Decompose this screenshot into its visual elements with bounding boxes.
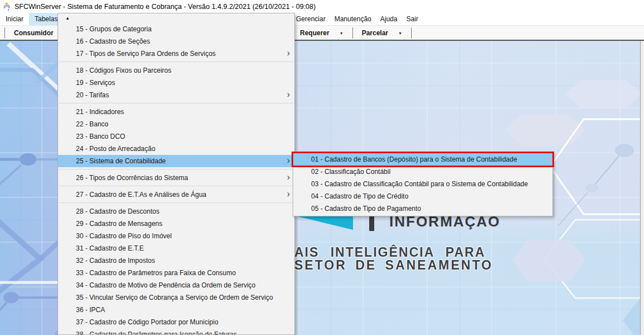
menu-gerenciar[interactable]: Gerenciar — [292, 13, 330, 25]
menu-item-label: 23 - Banco DCO — [76, 130, 289, 143]
menu-item-label: 24 - Posto de Arrecadação — [76, 143, 289, 155]
menu-item-label: 16 - Cadastro de Seções — [76, 35, 289, 48]
menu-item-label: 30 - Cadastro de Piso do Imóvel — [76, 230, 289, 242]
brand-tagline-line2: SETOR DE SANEAMENTO — [294, 258, 493, 273]
menu-separator — [58, 184, 294, 188]
toolbar-separator — [4, 27, 5, 39]
menu-item-label: 21 - Indicadores — [76, 106, 289, 118]
menu-item-37-cadastro-de-codigo-portador-por-municipio[interactable]: 37 - Cadastro de Código Portador por Mun… — [58, 316, 294, 328]
menu-separator — [58, 60, 294, 64]
menu-item-label: 36 - IPCA — [76, 304, 289, 316]
contabilidade-submenu-items: 01 - Cadastro de Bancos (Depósito) para … — [293, 153, 552, 215]
menu-item-label: 35 - Vincular Serviço de Cobrança a Serv… — [76, 291, 289, 304]
menu-item-29-cadastro-de-mensagens[interactable]: 29 - Cadastro de Mensagens — [58, 218, 294, 230]
parcelar-label: Parcelar — [362, 29, 388, 37]
menu-item-17-tipos-de-servico-para-ordens-de-servicos[interactable]: 17 - Tipos de Serviço Para Ordens de Ser… — [58, 48, 294, 60]
menu-item-label: 20 - Tarifas — [76, 89, 287, 101]
menu-item-label: 37 - Cadastro de Código Portador por Mun… — [76, 316, 289, 328]
menu-item-28-cadastro-de-descontos[interactable]: 28 - Cadastro de Descontos — [58, 205, 294, 218]
menu-item-38-cadastro-de-parametros-para-isencao-de-fatura[interactable]: 38 - Cadastro de Parâmetros para Isenção… — [58, 328, 294, 335]
menu-item-label: 33 - Cadastro de Parâmetros para Faixa d… — [76, 267, 289, 279]
menu-item-label: 17 - Tipos de Serviço Para Ordens de Ser… — [76, 48, 287, 60]
menu-item-label: 02 - Classificação Contábil — [311, 166, 547, 178]
menu-manutencao[interactable]: Manutenção — [330, 13, 376, 25]
menu-bar-right-group: Gerenciar Manutenção Ajuda Sair — [292, 13, 423, 25]
menu-item-01-cadastro-de-bancos-deposito-para-o-sistema-de[interactable]: 01 - Cadastro de Bancos (Depósito) para … — [293, 153, 552, 166]
submenu-arrow-icon: › — [287, 89, 290, 101]
menu-item-label: 04 - Cadastro de Tipo de Crédito — [311, 190, 547, 202]
submenu-arrow-icon: › — [287, 188, 290, 201]
menu-item-label: 38 - Cadastro de Parâmetros para Isenção… — [76, 328, 289, 335]
menu-item-label: 05 - Cadastro de Tipo de Pagamento — [311, 202, 547, 215]
menu-item-label: 31 - Cadastro de E.T.E — [76, 242, 289, 254]
faucet-icon — [2, 2, 11, 11]
menu-item-18-codigos-fixos-ou-parceiros[interactable]: 18 - Códigos Fixos ou Parceiros — [58, 64, 294, 77]
menu-item-label: 28 - Cadastro de Descontos — [76, 205, 289, 218]
menu-item-32-cadastro-de-impostos[interactable]: 32 - Cadastro de Impostos — [58, 254, 294, 267]
parcelar-dropdown-button[interactable]: Parcelar ▼ — [356, 26, 408, 40]
menu-item-label: 27 - Cadastro de E.T.As e Análises de Ág… — [76, 188, 287, 201]
menu-item-27-cadastro-de-e-t-as-e-analises-de-agua[interactable]: 27 - Cadastro de E.T.As e Análises de Ág… — [58, 188, 294, 201]
menu-item-label: 01 - Cadastro de Bancos (Depósito) para … — [311, 153, 547, 166]
menu-separator — [58, 201, 294, 205]
menu-item-31-cadastro-de-e-t-e[interactable]: 31 - Cadastro de E.T.E — [58, 242, 294, 254]
menu-item-30-cadastro-de-piso-do-imovel[interactable]: 30 - Cadastro de Piso do Imóvel — [58, 230, 294, 242]
menu-item-label: 19 - Serviços — [76, 77, 289, 89]
menu-sair[interactable]: Sair — [402, 13, 422, 25]
toolbar-separator — [411, 27, 412, 39]
menu-item-label: 34 - Cadastro de Motivo de Pendência da … — [76, 279, 289, 291]
contabilidade-submenu: 01 - Cadastro de Bancos (Depósito) para … — [293, 152, 553, 216]
window-title: SFCWinServer - Sistema de Faturamento e … — [15, 3, 316, 11]
menu-item-label: 26 - Tipos de Ocorrências do Sistema — [76, 172, 287, 184]
tabelas-dropdown-menu: ▲ 15 - Grupos de Categoria16 - Cadastro … — [58, 13, 295, 335]
requerer-label: Requerer — [300, 29, 330, 37]
menu-item-label: 22 - Banco — [76, 118, 289, 130]
menu-item-15-grupos-de-categoria[interactable]: 15 - Grupos de Categoria — [58, 23, 294, 35]
menu-iniciar[interactable]: Iniciar — [0, 13, 29, 25]
menu-separator — [58, 167, 294, 172]
menu-item-25-sistema-de-contabilidade[interactable]: 25 - Sistema de Contabilidade› — [58, 155, 294, 167]
menu-item-label: 25 - Sistema de Contabilidade — [76, 155, 287, 167]
menu-ajuda[interactable]: Ajuda — [376, 13, 402, 25]
toolbar-right-group: Requerer ▼ Parcelar ▼ — [294, 26, 415, 40]
menu-item-label: 32 - Cadastro de Impostos — [76, 254, 289, 267]
menu-item-36-ipca[interactable]: 36 - IPCA — [58, 304, 294, 316]
menu-item-label: 03 - Cadastro de Classificação Contábil … — [311, 178, 547, 190]
chevron-down-icon: ▼ — [398, 31, 402, 35]
consumidor-button[interactable]: Consumidor — [8, 26, 59, 40]
tabelas-menu-items: 15 - Grupos de Categoria16 - Cadastro de… — [58, 23, 294, 335]
chevron-down-icon: ▼ — [340, 31, 344, 35]
title-bar: SFCWinServer - Sistema de Faturamento e … — [0, 0, 644, 13]
submenu-arrow-icon: › — [287, 48, 290, 60]
menu-separator — [58, 101, 294, 106]
menu-item-label: 15 - Grupos de Categoria — [76, 23, 289, 35]
menu-item-23-banco-dco[interactable]: 23 - Banco DCO — [58, 130, 294, 143]
window-right-edge — [640, 41, 644, 335]
menu-item-04-cadastro-de-tipo-de-credito[interactable]: 04 - Cadastro de Tipo de Crédito — [293, 190, 552, 202]
application-window: SFCWinServer - Sistema de Faturamento e … — [0, 0, 644, 335]
menu-item-05-cadastro-de-tipo-de-pagamento[interactable]: 05 - Cadastro de Tipo de Pagamento — [293, 202, 552, 215]
scroll-up-icon: ▲ — [65, 16, 70, 21]
submenu-arrow-icon: › — [287, 155, 290, 167]
menu-item-35-vincular-servico-de-cobranca-a-servico-de-ord[interactable]: 35 - Vincular Serviço de Cobrança a Serv… — [58, 291, 294, 304]
menu-item-03-cadastro-de-classificacao-contabil-para-o-sis[interactable]: 03 - Cadastro de Classificação Contábil … — [293, 178, 552, 190]
toolbar-separator — [352, 27, 353, 39]
menu-item-21-indicadores[interactable]: 21 - Indicadores — [58, 106, 294, 118]
menu-item-16-cadastro-de-secoes[interactable]: 16 - Cadastro de Seções — [58, 35, 294, 48]
submenu-arrow-icon: › — [287, 172, 290, 184]
menu-item-19-servicos[interactable]: 19 - Serviços — [58, 77, 294, 89]
menu-scroll-up[interactable]: ▲ — [58, 13, 294, 23]
menu-item-label: 29 - Cadastro de Mensagens — [76, 218, 289, 230]
menu-item-34-cadastro-de-motivo-de-pendencia-da-ordem-de-s[interactable]: 34 - Cadastro de Motivo de Pendência da … — [58, 279, 294, 291]
menu-item-24-posto-de-arrecadacao[interactable]: 24 - Posto de Arrecadação — [58, 143, 294, 155]
menu-item-26-tipos-de-ocorrencias-do-sistema[interactable]: 26 - Tipos de Ocorrências do Sistema› — [58, 172, 294, 184]
requerer-dropdown-button[interactable]: Requerer ▼ — [294, 26, 349, 40]
menu-item-20-tarifas[interactable]: 20 - Tarifas› — [58, 89, 294, 101]
menu-item-33-cadastro-de-parametros-para-faixa-de-consumo[interactable]: 33 - Cadastro de Parâmetros para Faixa d… — [58, 267, 294, 279]
menu-item-02-classificacao-contabil[interactable]: 02 - Classificação Contábil — [293, 166, 552, 178]
menu-item-label: 18 - Códigos Fixos ou Parceiros — [76, 64, 289, 77]
menu-item-22-banco[interactable]: 22 - Banco — [58, 118, 294, 130]
